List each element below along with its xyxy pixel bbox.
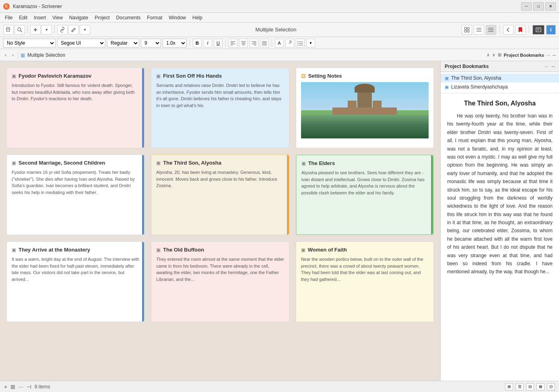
nav-forward-btn[interactable]: ›: [10, 52, 15, 59]
view-col-btn[interactable]: ⊟: [526, 383, 534, 390]
menu-file[interactable]: File: [2, 14, 16, 21]
justify-btn[interactable]: [260, 39, 269, 47]
card-fyodor-accent: [142, 68, 144, 148]
spacing-dropdown[interactable]: 1.0x: [163, 39, 187, 47]
menu-documents[interactable]: Documents: [113, 14, 144, 21]
svg-point-16: [489, 28, 489, 29]
menu-format[interactable]: Format: [144, 14, 165, 21]
fmt-sep-2: [225, 39, 226, 47]
bookmark-alyosha-label: The Third Son, Alyosha: [451, 75, 501, 81]
edit-button[interactable]: [68, 25, 79, 35]
info-btn[interactable]: i: [546, 25, 556, 35]
toolbar-title-text: Multiple Selection: [256, 27, 297, 33]
card-monastery-title: They Arrive at the Monastery: [19, 247, 90, 253]
panel-more-btn[interactable]: ···: [544, 64, 548, 69]
align-center-btn[interactable]: [239, 39, 248, 47]
back-btn[interactable]: [503, 25, 514, 35]
window-controls[interactable]: ─ □ ✕: [521, 2, 556, 10]
card-elders-body: Alyosha pleased to see brothers. Sees ho…: [301, 169, 428, 196]
card-setting-header: 🖼 Setting Notes: [301, 73, 429, 79]
menu-navigate[interactable]: Navigate: [66, 14, 91, 21]
italic-button[interactable]: I: [203, 39, 212, 47]
bold-button[interactable]: B: [193, 39, 202, 47]
view-split-btn[interactable]: ⊠: [536, 383, 545, 390]
font-color-btn[interactable]: A: [275, 39, 284, 47]
size-dropdown[interactable]: 9: [141, 39, 161, 47]
bookmark-item-lizaveta[interactable]: ▣ Lizaveta Smerdyashchaya: [441, 83, 559, 91]
list-dropdown[interactable]: ▼: [306, 39, 315, 47]
card-first-son[interactable]: ▣ First Son Off His Hands Servants and r…: [151, 68, 289, 148]
status-add-btn[interactable]: +: [4, 384, 7, 390]
compose-btn[interactable]: [532, 25, 545, 35]
card-third-son[interactable]: ▣ The Third Son, Alyosha Alyosha, 20, ha…: [151, 155, 289, 235]
panel-close-btn[interactable]: ─: [551, 64, 555, 69]
nav-down-btn[interactable]: ∨: [492, 52, 495, 58]
link-btn[interactable]: [285, 39, 294, 47]
list-view-btn[interactable]: [486, 25, 496, 35]
castle-image: [301, 82, 429, 138]
card-monastery-header: ▣ They Arrive at the Monastery: [12, 247, 139, 253]
search-button[interactable]: [14, 25, 25, 35]
align-right-btn[interactable]: [250, 39, 258, 47]
card-setting-notes[interactable]: 🖼 Setting Notes: [296, 68, 434, 148]
link-button[interactable]: [57, 25, 68, 35]
corkboard-view-btn[interactable]: [462, 25, 472, 35]
close-button[interactable]: ✕: [545, 2, 556, 10]
align-left-btn[interactable]: [229, 39, 237, 47]
status-folder-btn[interactable]: ⊞: [10, 384, 15, 390]
menu-edit[interactable]: Edit: [16, 14, 31, 21]
edit-dropdown[interactable]: ▼: [80, 25, 90, 35]
nav-panel-close[interactable]: ─: [553, 53, 556, 58]
view-list-btn[interactable]: ☰: [516, 383, 524, 390]
svg-point-3: [18, 28, 21, 31]
bookmark-item-alyosha[interactable]: ▣ The Third Son, Alyosha: [441, 74, 559, 83]
add-dropdown[interactable]: ▼: [41, 25, 52, 35]
nav-panel-more[interactable]: ···: [547, 53, 550, 58]
underline-button[interactable]: U: [214, 39, 223, 47]
list-btn[interactable]: [296, 39, 305, 47]
svg-point-42: [298, 43, 299, 44]
card-second-marriage-header: ▣ Second Marriage, Second Children: [12, 160, 139, 166]
titlebar-left: K Karamazov - Scrivener: [3, 3, 62, 10]
nav-back-btn[interactable]: ‹: [3, 52, 8, 59]
status-split-btn[interactable]: ⊣: [27, 384, 31, 390]
card-old-buffoon[interactable]: ▣ The Old Buffoon They entered the room …: [151, 241, 289, 322]
card-elders-icon: ▣: [301, 161, 306, 166]
restore-button[interactable]: □: [533, 2, 544, 10]
reading-paragraph: He was only twenty, his brother Ivan was…: [447, 112, 553, 276]
panel-controls: ··· ─: [544, 64, 555, 69]
font-dropdown[interactable]: Segoe UI: [57, 39, 105, 47]
fmt-sep-3: [272, 39, 272, 47]
weight-dropdown[interactable]: Regular: [107, 39, 139, 47]
toolbar-title: Multiple Selection: [92, 27, 460, 33]
style-dropdown[interactable]: No Style: [3, 39, 56, 47]
card-second-marriage[interactable]: ▣ Second Marriage, Second Children Fyodo…: [6, 155, 144, 235]
nav-split-btn[interactable]: ⊞: [498, 52, 501, 58]
reading-body: He was only twenty, his brother Ivan was…: [447, 112, 553, 276]
nav-up-btn[interactable]: ∧: [487, 52, 490, 58]
outliner-view-btn[interactable]: [474, 25, 484, 35]
status-more-btn[interactable]: ···: [19, 384, 23, 390]
svg-point-18: [489, 31, 489, 32]
add-button[interactable]: +: [30, 25, 41, 35]
menu-project[interactable]: Project: [91, 14, 113, 21]
card-setting-icon: 🖼: [301, 73, 306, 79]
menu-window[interactable]: Window: [165, 14, 189, 21]
minimize-button[interactable]: ─: [521, 2, 532, 10]
card-fyodor[interactable]: ▣ Fyodor Pavlovich Karamazov Introductio…: [6, 68, 144, 148]
menu-help[interactable]: Help: [189, 14, 206, 21]
card-elders[interactable]: ▣ The Elders Alyosha pleased to see brot…: [296, 155, 434, 235]
svg-rect-9: [467, 30, 469, 32]
menu-insert[interactable]: Insert: [31, 14, 49, 21]
menu-view[interactable]: View: [49, 14, 66, 21]
toolbar-sep-3: [499, 25, 500, 33]
bookmark-btn[interactable]: [515, 25, 526, 35]
view-grid-btn[interactable]: ⊞: [505, 383, 513, 390]
card-old-buffoon-body: They entered the room almost at the same…: [156, 256, 284, 283]
card-monastery[interactable]: ▣ They Arrive at the Monastery It was a …: [6, 241, 144, 322]
card-second-marriage-accent: [142, 155, 144, 235]
bookmark-lizaveta-label: Lizaveta Smerdyashchaya: [451, 84, 508, 90]
card-women[interactable]: ▣ Women of Faith Near the wooden portico…: [296, 241, 434, 322]
view-full-btn[interactable]: ⊡: [547, 383, 555, 390]
new-doc-button[interactable]: [3, 25, 14, 35]
